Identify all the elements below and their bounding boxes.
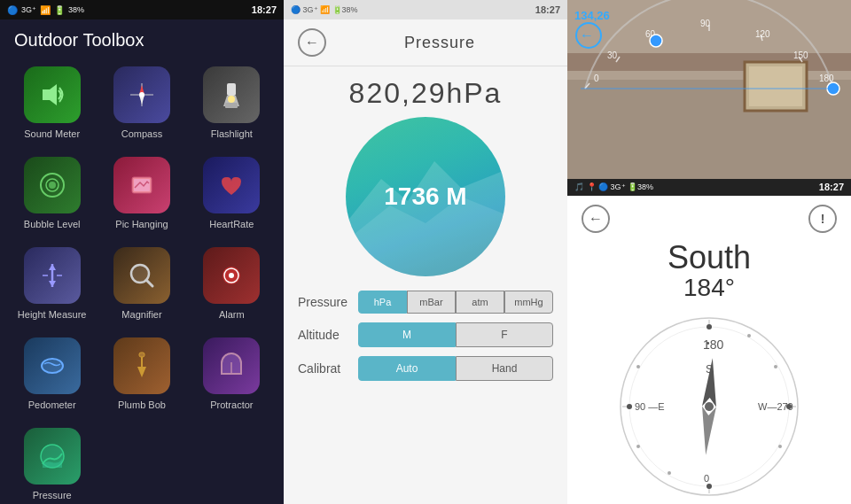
svg-text:0: 0 xyxy=(594,74,599,83)
compass-panel: 0 30 60 90 120 150 180 134,26 xyxy=(567,0,851,504)
svg-point-5 xyxy=(139,92,144,97)
pressure-status-bar: 🔵 3G⁺ 📶 🔋38% 18:27 xyxy=(284,0,567,19)
altitude-unit-buttons: M F xyxy=(358,322,553,347)
pressure-circle: 1736 M xyxy=(346,117,505,276)
svg-text:•: • xyxy=(707,338,710,348)
svg-rect-35 xyxy=(749,66,802,106)
svg-text:120: 120 xyxy=(755,29,770,39)
tool-plumb-bob[interactable]: Plumb Bob xyxy=(97,329,186,419)
tool-pic-hanging[interactable]: Pic Hanging xyxy=(97,148,186,238)
altitude-value: 1736 M xyxy=(384,182,466,211)
svg-text:134,26: 134,26 xyxy=(574,9,610,22)
protractor-label: Protractor xyxy=(210,399,253,410)
pressure-label-text: Pressure xyxy=(298,295,358,309)
pressure-back-button[interactable]: ← xyxy=(298,28,326,57)
svg-point-66 xyxy=(747,334,751,337)
unit-mmhg-button[interactable]: mmHg xyxy=(504,291,553,314)
svg-marker-79 xyxy=(699,406,716,455)
pressure-time: 18:27 xyxy=(535,4,560,15)
pedometer-label: Pedometer xyxy=(28,399,76,410)
protractor-icon xyxy=(203,337,260,394)
svg-text:150: 150 xyxy=(793,50,808,60)
compass-camera-view: 0 30 60 90 120 150 180 134,26 xyxy=(567,0,851,179)
svg-line-20 xyxy=(146,280,152,286)
tool-pressure[interactable]: Pressure xyxy=(7,419,97,504)
svg-text:90 —E: 90 —E xyxy=(635,401,665,412)
compass-nav: ← ! xyxy=(567,196,851,242)
heartrate-label: HeartRate xyxy=(209,219,254,229)
time-left: 18:27 xyxy=(252,4,277,15)
toolbox-title: Outdoor Toolbox xyxy=(0,19,284,58)
unit-atm-button[interactable]: atm xyxy=(456,291,504,314)
camera-background: 0 30 60 90 120 150 180 134,26 xyxy=(567,0,851,179)
svg-marker-15 xyxy=(49,264,56,270)
pic-hanging-label: Pic Hanging xyxy=(115,219,168,229)
svg-marker-16 xyxy=(49,281,56,287)
svg-point-64 xyxy=(707,484,712,489)
compass-degrees: 184° xyxy=(683,274,735,302)
calibrat-hand-button[interactable]: Hand xyxy=(456,356,553,381)
bubble-level-label: Bubble Level xyxy=(24,219,81,229)
alarm-icon xyxy=(203,247,260,304)
sound-meter-label: Sound Meter xyxy=(24,128,80,139)
pressure-panel: 🔵 3G⁺ 📶 🔋38% 18:27 ← Pressure 820,29hPa … xyxy=(284,0,567,504)
unit-hpa-button[interactable]: hPa xyxy=(358,291,407,314)
calibrat-label-text: Calibrat xyxy=(298,361,358,376)
alarm-label: Alarm xyxy=(219,309,245,320)
pic-hanging-icon xyxy=(113,157,170,213)
pressure-label: Pressure xyxy=(33,490,72,500)
svg-text:180: 180 xyxy=(819,74,834,83)
tool-height-measure[interactable]: Height Measure xyxy=(7,238,97,329)
tool-pedometer[interactable]: Pedometer xyxy=(7,329,97,419)
svg-marker-26 xyxy=(137,367,146,377)
svg-point-24 xyxy=(42,359,63,373)
tool-magnifier[interactable]: Magnifier xyxy=(97,238,186,329)
flashlight-label: Flashlight xyxy=(211,128,253,139)
compass-status-bar: 🎵 📍 🔵 3G⁺ 🔋38% 18:27 xyxy=(567,179,851,196)
compass-time: 18:27 xyxy=(819,182,844,192)
compass-bottom: ← ! South 184° xyxy=(567,196,851,504)
calibrat-buttons: Auto Hand xyxy=(358,356,553,381)
svg-text:←: ← xyxy=(580,27,594,43)
compass-info-button[interactable]: ! xyxy=(808,205,837,233)
tool-bubble-level[interactable]: Bubble Level xyxy=(7,148,97,238)
svg-point-50 xyxy=(650,35,662,47)
svg-marker-0 xyxy=(43,84,57,105)
pressure-icon xyxy=(24,428,81,485)
svg-point-65 xyxy=(627,404,632,409)
status-icons-left: 🔵 3G⁺ 📶 🔋 38% xyxy=(7,5,84,15)
heartrate-icon xyxy=(203,157,260,213)
compass-back-button[interactable]: ← xyxy=(582,205,610,233)
svg-text:W—270: W—270 xyxy=(758,401,793,412)
tool-compass[interactable]: Compass xyxy=(97,58,186,148)
altitude-unit-row: Altitude M F xyxy=(298,322,553,347)
tool-heartrate[interactable]: HeartRate xyxy=(187,148,277,238)
pressure-altitude-display: 1736 M xyxy=(384,182,466,211)
svg-point-69 xyxy=(668,471,671,475)
tool-sound-meter[interactable]: Sound Meter xyxy=(7,58,97,148)
tool-protractor[interactable]: Protractor xyxy=(187,329,277,419)
svg-point-70 xyxy=(636,445,640,448)
pressure-value: 820,29hPa xyxy=(349,77,503,110)
status-bar-left: 🔵 3G⁺ 📶 🔋 38% 18:27 xyxy=(0,0,284,19)
tool-alarm[interactable]: Alarm xyxy=(187,238,277,329)
svg-point-8 xyxy=(228,96,235,103)
svg-text:30: 30 xyxy=(607,50,618,60)
svg-rect-7 xyxy=(225,103,238,108)
tool-flashlight[interactable]: Flashlight xyxy=(187,58,277,148)
svg-point-11 xyxy=(49,182,56,189)
compass-icon xyxy=(113,66,170,123)
unit-m-button[interactable]: M xyxy=(358,322,456,347)
calibrat-auto-button[interactable]: Auto xyxy=(358,356,456,381)
calibrat-row: Calibrat Auto Hand xyxy=(298,356,553,381)
svg-rect-6 xyxy=(227,83,236,96)
unit-f-button[interactable]: F xyxy=(456,322,553,347)
magnifier-icon xyxy=(113,247,170,304)
svg-text:0: 0 xyxy=(704,473,709,484)
svg-point-68 xyxy=(778,445,782,448)
svg-point-62 xyxy=(707,324,712,330)
magnifier-label: Magnifier xyxy=(121,309,161,320)
unit-mbar-button[interactable]: mBar xyxy=(407,291,456,314)
svg-rect-27 xyxy=(139,353,144,357)
compass-dial: 180 • 0 90 —E W—270 S xyxy=(612,309,807,504)
